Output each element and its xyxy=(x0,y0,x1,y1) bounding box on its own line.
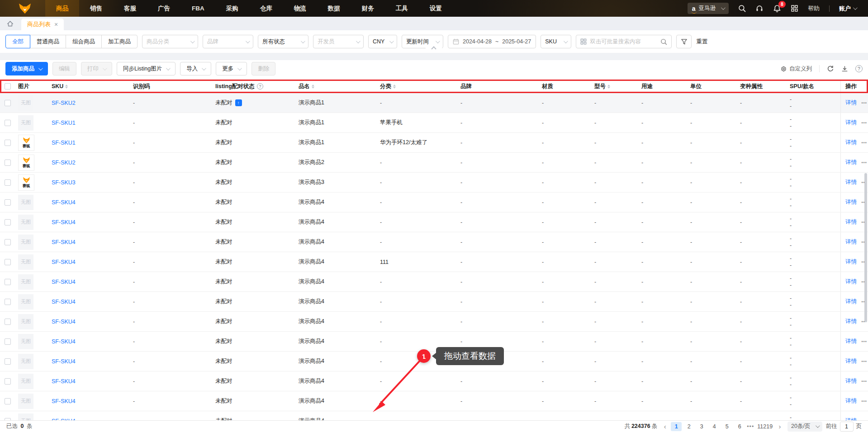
sku-link[interactable]: SF-SKU2 xyxy=(52,160,76,166)
main-menu-item-2[interactable]: 销售 xyxy=(79,0,113,17)
row-checkbox[interactable] xyxy=(5,120,11,126)
sort-icon[interactable] xyxy=(393,85,396,89)
sku-link[interactable]: SF-SKU4 xyxy=(52,358,76,365)
row-checkbox[interactable] xyxy=(5,279,11,285)
listing-push-icon[interactable]: ↑ xyxy=(235,99,242,106)
column-header-6[interactable]: 分类 xyxy=(380,83,460,90)
row-checkbox[interactable] xyxy=(5,319,11,325)
date-range-picker[interactable]: 2024-04-28 ~ 2025-04-27 xyxy=(448,35,536,48)
sync-listing-images-button[interactable]: 同步Listing图片 xyxy=(117,62,175,75)
product-type-tab-4[interactable]: 加工商品 xyxy=(101,35,138,48)
account-menu[interactable]: 账户 xyxy=(839,5,856,13)
page-button-2[interactable]: 2 xyxy=(683,422,694,431)
edit-button[interactable]: 编辑 xyxy=(52,62,76,75)
product-type-tab-1[interactable]: 全部 xyxy=(5,35,30,48)
main-menu-item-5[interactable]: FBA xyxy=(181,0,215,17)
search-icon[interactable] xyxy=(738,5,746,12)
row-checkbox[interactable] xyxy=(5,219,11,225)
detail-link[interactable]: 详情 xyxy=(845,318,857,325)
sku-link[interactable]: SF-SKU4 xyxy=(52,239,76,245)
more-actions-icon[interactable]: ⋯ xyxy=(861,139,868,146)
detail-link[interactable]: 详情 xyxy=(845,397,857,405)
detail-link[interactable]: 详情 xyxy=(845,218,857,226)
row-checkbox[interactable] xyxy=(5,378,11,385)
brand-fox-logo-icon[interactable] xyxy=(18,3,32,14)
row-checkbox[interactable] xyxy=(5,259,11,265)
home-icon[interactable] xyxy=(6,20,14,28)
sku-link[interactable]: SF-SKU4 xyxy=(52,259,76,265)
batch-grid-icon[interactable] xyxy=(580,38,587,45)
vertical-scrollbar[interactable] xyxy=(864,173,867,322)
row-checkbox[interactable] xyxy=(5,100,11,106)
search-field-select[interactable]: SKU xyxy=(541,35,571,48)
sku-link[interactable]: SF-SKU1 xyxy=(52,120,76,126)
more-actions-icon[interactable]: ⋯ xyxy=(861,338,868,345)
filter-funnel-button[interactable] xyxy=(676,35,692,48)
detail-link[interactable]: 详情 xyxy=(845,119,857,127)
column-header-9[interactable]: 型号 xyxy=(594,83,641,90)
next-page-button[interactable]: › xyxy=(776,423,784,431)
product-image[interactable]: 赛狐 xyxy=(18,174,34,191)
main-menu-item-4[interactable]: 广告 xyxy=(147,0,181,17)
search-input[interactable] xyxy=(590,38,657,45)
reset-button[interactable]: 重置 xyxy=(696,38,707,46)
detail-link[interactable]: 详情 xyxy=(845,298,857,305)
more-actions-icon[interactable]: ⋯ xyxy=(861,119,868,126)
category-select[interactable]: 商品分类 xyxy=(142,35,198,48)
row-checkbox[interactable] xyxy=(5,160,11,166)
product-image[interactable]: 赛狐 xyxy=(18,135,34,151)
sku-link[interactable]: SF-SKU4 xyxy=(52,299,76,305)
sku-link[interactable]: SF-SKU4 xyxy=(52,319,76,325)
product-type-tab-3[interactable]: 组合商品 xyxy=(66,35,102,48)
sku-link[interactable]: SF-SKU3 xyxy=(52,179,76,186)
select-all-checkbox[interactable] xyxy=(5,83,11,89)
support-headset-icon[interactable] xyxy=(755,5,764,12)
detail-link[interactable]: 详情 xyxy=(845,99,857,107)
detail-link[interactable]: 详情 xyxy=(845,139,857,146)
row-checkbox[interactable] xyxy=(5,299,11,305)
sku-link[interactable]: SF-SKU1 xyxy=(52,140,76,146)
magnifier-icon[interactable] xyxy=(660,38,667,45)
sort-icon[interactable] xyxy=(65,85,68,89)
page-button-5[interactable]: 5 xyxy=(721,422,732,431)
help-circle-button[interactable]: ? xyxy=(855,65,863,72)
more-actions-icon[interactable]: ⋯ xyxy=(861,358,868,365)
sku-link[interactable]: SF-SKU4 xyxy=(52,398,76,404)
row-checkbox[interactable] xyxy=(5,398,11,404)
page-button-4[interactable]: 4 xyxy=(709,422,720,431)
sku-link[interactable]: SF-SKU4 xyxy=(52,338,76,345)
page-button-3[interactable]: 3 xyxy=(696,422,707,431)
row-checkbox[interactable] xyxy=(5,140,11,146)
prev-page-button[interactable]: ‹ xyxy=(661,423,669,431)
collapse-filter-handle[interactable] xyxy=(426,45,442,51)
brand-select[interactable]: 品牌 xyxy=(203,35,253,48)
main-menu-item-8[interactable]: 物流 xyxy=(283,0,317,17)
detail-link[interactable]: 详情 xyxy=(845,159,857,166)
page-button-6[interactable]: 6 xyxy=(734,422,745,431)
detail-link[interactable]: 详情 xyxy=(845,178,857,186)
product-image[interactable]: 赛狐 xyxy=(18,155,34,171)
sku-link[interactable]: SF-SKU4 xyxy=(52,378,76,385)
print-button[interactable]: 打印 xyxy=(81,62,112,75)
row-checkbox[interactable] xyxy=(5,179,11,186)
main-menu-item-1[interactable]: 商品 xyxy=(45,0,79,17)
page-button-last[interactable]: 11219 xyxy=(756,422,774,431)
row-checkbox[interactable] xyxy=(5,199,11,206)
more-actions-icon[interactable]: ⋯ xyxy=(861,159,868,166)
export-download-button[interactable] xyxy=(841,66,848,72)
main-menu-item-7[interactable]: 仓库 xyxy=(249,0,283,17)
more-actions-icon[interactable]: ⋯ xyxy=(861,99,868,106)
main-menu-item-6[interactable]: 采购 xyxy=(215,0,249,17)
sku-link[interactable]: SF-SKU4 xyxy=(52,199,76,206)
detail-link[interactable]: 详情 xyxy=(845,338,857,345)
column-header-2[interactable]: SKU xyxy=(52,83,133,89)
row-checkbox[interactable] xyxy=(5,239,11,245)
row-checkbox[interactable] xyxy=(5,358,11,365)
pages-ellipsis[interactable]: ••• xyxy=(747,423,754,430)
refresh-button[interactable] xyxy=(827,65,834,72)
detail-link[interactable]: 详情 xyxy=(845,278,857,286)
page-size-select[interactable]: 20条/页 xyxy=(787,422,822,432)
product-type-tab-2[interactable]: 普通商品 xyxy=(30,35,66,48)
goto-page-input[interactable] xyxy=(840,422,854,432)
main-menu-item-12[interactable]: 设置 xyxy=(419,0,453,17)
